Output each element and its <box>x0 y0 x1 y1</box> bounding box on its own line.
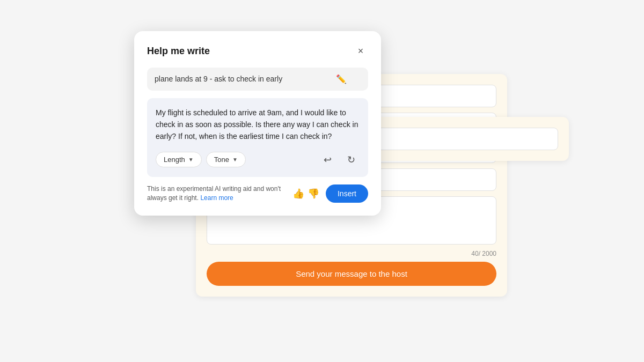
help-me-write-modal: Help me write × plane lands at 9 - ask t… <box>134 31 381 216</box>
char-count: 40/ 2000 <box>207 250 496 257</box>
input-text: plane lands at 9 - ask to check in early <box>155 75 282 83</box>
generated-box: My flight is scheduled to arrive at 9am,… <box>147 98 368 177</box>
modal-footer: This is an experimental AI writing aid a… <box>147 184 368 203</box>
dropdowns: Length ▼ Tone ▼ <box>156 152 246 167</box>
disclaimer-text: This is an experimental AI writing aid a… <box>147 184 286 203</box>
modal-title: Help me write <box>147 46 210 57</box>
controls-row: Length ▼ Tone ▼ ↩ ↻ <box>156 151 360 168</box>
edit-icon[interactable]: ✏️ <box>336 74 347 84</box>
modal-header: Help me write × <box>147 44 368 59</box>
tone-dropdown[interactable]: Tone ▼ <box>206 152 246 167</box>
tone-chevron-icon: ▼ <box>232 157 238 162</box>
send-button[interactable]: Send your message to the host <box>207 262 496 286</box>
tone-label: Tone <box>214 156 229 164</box>
undo-icon: ↩ <box>324 154 332 166</box>
refresh-icon: ↻ <box>347 154 355 166</box>
action-icons: ↩ ↻ <box>319 151 360 168</box>
input-box: plane lands at 9 - ask to check in early… <box>147 68 368 91</box>
refresh-button[interactable]: ↻ <box>342 151 360 168</box>
undo-button[interactable]: ↩ <box>319 151 336 168</box>
learn-more-link[interactable]: Learn more <box>200 194 233 202</box>
length-label: Length <box>164 156 185 164</box>
length-chevron-icon: ▼ <box>188 157 194 162</box>
length-dropdown[interactable]: Length ▼ <box>156 152 202 167</box>
insert-button[interactable]: Insert <box>326 184 368 203</box>
feedback-icons: 👍 👎 <box>292 188 319 200</box>
thumbdown-button[interactable]: 👎 <box>308 188 319 200</box>
close-button[interactable]: × <box>353 44 368 59</box>
generated-text: My flight is scheduled to arrive at 9am,… <box>156 107 360 143</box>
thumbup-button[interactable]: 👍 <box>292 188 304 200</box>
